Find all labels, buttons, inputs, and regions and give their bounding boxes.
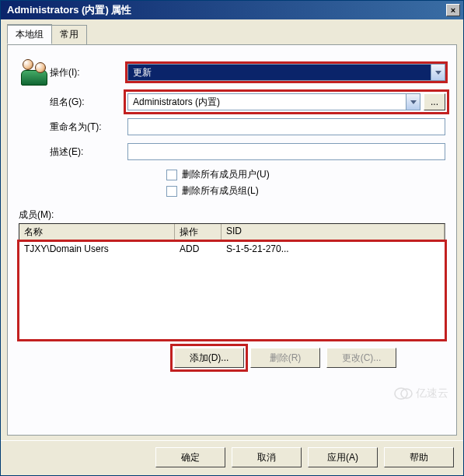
ok-button[interactable]: 确定 (155, 447, 225, 467)
tab-local-group[interactable]: 本地组 (7, 24, 52, 44)
description-row: 描述(E): (19, 143, 445, 160)
delete-users-row: 删除所有成员用户(U) (166, 168, 445, 181)
rename-row: 重命名为(T): (19, 118, 445, 135)
listview-body: TJXY\Domain Users ADD S-1-5-21-270... (19, 242, 445, 339)
dialog-buttons: 确定 取消 应用(A) 帮助 (1, 440, 463, 475)
action-label: 操作(I): (50, 66, 127, 79)
tab-common[interactable]: 常用 (51, 25, 87, 45)
tabstrip: 本地组 常用 (7, 24, 457, 44)
apply-button[interactable]: 应用(A) (308, 447, 378, 467)
window-title: Administrators (内置) 属性 (4, 3, 446, 17)
remove-button[interactable]: 删除(R) (250, 348, 320, 368)
chevron-down-icon[interactable] (431, 65, 445, 80)
svg-point-0 (395, 388, 407, 399)
chevron-down-icon[interactable] (406, 94, 420, 110)
delete-users-label: 删除所有成员用户(U) (182, 168, 270, 181)
tab-panel-local-group: 操作(I): 更新 组名(G): Administrators (内置) ... (7, 44, 457, 436)
cell-sid: S-1-5-21-270... (222, 242, 445, 256)
delete-users-checkbox[interactable] (166, 170, 177, 180)
add-button[interactable]: 添加(D)... (174, 348, 244, 368)
col-header-sid[interactable]: SID (222, 224, 445, 241)
close-button[interactable]: × (446, 4, 460, 16)
dialog-window: Administrators (内置) 属性 × 本地组 常用 操作(I): 更… (0, 0, 464, 476)
rename-input[interactable] (127, 118, 445, 135)
titlebar: Administrators (内置) 属性 × (1, 1, 463, 19)
delete-options: 删除所有成员用户(U) 删除所有成员组(L) (19, 168, 445, 198)
col-header-op[interactable]: 操作 (175, 224, 222, 241)
action-select-value: 更新 (128, 65, 431, 80)
rename-label: 重命名为(T): (50, 121, 127, 134)
col-header-name[interactable]: 名称 (19, 224, 175, 241)
delete-groups-label: 删除所有成员组(L) (182, 184, 259, 198)
watermark: 亿速云 (394, 387, 448, 401)
cell-op: ADD (175, 242, 222, 256)
delete-groups-row: 删除所有成员组(L) (166, 184, 445, 198)
browse-button[interactable]: ... (424, 93, 445, 110)
help-button[interactable]: 帮助 (384, 447, 454, 467)
members-label: 成员(M): (19, 208, 445, 222)
group-name-row: 组名(G): Administrators (内置) ... (19, 93, 445, 110)
group-icon (21, 59, 47, 86)
description-input[interactable] (127, 143, 445, 160)
group-name-value: Administrators (内置) (128, 94, 406, 110)
member-buttons: 添加(D)... 删除(R) 更改(C)... (19, 348, 445, 368)
group-name-label: 组名(G): (50, 96, 127, 109)
listview-header: 名称 操作 SID (19, 224, 445, 242)
svg-point-1 (401, 389, 412, 398)
group-name-select[interactable]: Administrators (内置) (127, 93, 420, 110)
description-label: 描述(E): (50, 145, 127, 159)
cell-name: TJXY\Domain Users (19, 242, 175, 256)
change-button[interactable]: 更改(C)... (326, 348, 396, 368)
cancel-button[interactable]: 取消 (232, 447, 302, 467)
action-row: 操作(I): 更新 (19, 59, 445, 86)
members-listview[interactable]: 名称 操作 SID TJXY\Domain Users ADD S-1-5-21… (19, 223, 445, 340)
action-select[interactable]: 更新 (127, 64, 445, 81)
delete-groups-checkbox[interactable] (166, 186, 177, 197)
table-row[interactable]: TJXY\Domain Users ADD S-1-5-21-270... (19, 242, 445, 256)
group-icon-cell (19, 59, 50, 86)
